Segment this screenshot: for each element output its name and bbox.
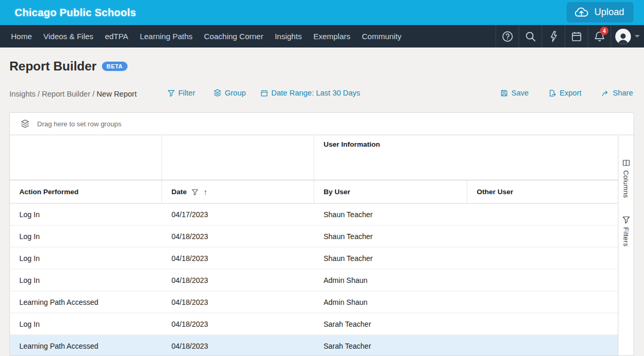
cell-date: 04/18/2023 [162,269,314,291]
quick-actions-button[interactable] [542,25,565,48]
help-icon [502,31,513,42]
table-row[interactable]: Log In 04/18/2023 Shaun Teacher [10,226,618,247]
cell-date: 04/17/2023 [162,204,314,225]
cell-date: 04/18/2023 [162,291,314,313]
page-title: Report Builder [9,59,97,74]
notification-count-badge: 4 [600,27,608,35]
nav-item[interactable]: Insights [269,25,308,48]
date-range-button[interactable]: Date Range: Last 30 Days [260,89,360,97]
nav-item[interactable]: edTPA [99,25,134,48]
breadcrumb-report-builder[interactable]: Report Builder [42,90,90,98]
tab-columns-label: Columns [622,170,630,198]
column-group-header-row: User Information [10,135,618,181]
cell-by-user: Sarah Teacher [314,313,467,335]
cell-action-performed: Log In [10,313,162,335]
column-header-label: Action Performed [19,188,78,196]
tab-columns[interactable]: Columns [622,159,630,198]
cell-date: 04/18/2023 [162,226,314,247]
cell-by-user: Shaun Teacher [314,247,467,269]
date-range-button-label: Date Range: Last 30 Days [271,89,360,97]
group-header-user-information[interactable]: User Information [314,135,618,180]
filter-button-label: Filter [178,89,195,97]
table-row[interactable]: Log In 04/18/2023 Shaun Teacher [10,247,618,269]
user-avatar [615,29,631,44]
tab-filters-label: Filters [622,227,630,247]
cell-action-performed: Log In [10,247,162,269]
grid-table: User Information Action Performed Date ↑ [10,135,618,356]
nav-item[interactable]: Exemplars [307,25,356,48]
page-heading: Report Builder BETA [9,59,128,74]
nav-item[interactable]: Videos & Files [38,25,99,48]
cell-other-user [467,226,618,247]
table-row[interactable]: Learning Path Accessed 04/18/2023 Sarah … [10,335,618,356]
table-row[interactable]: Log In 04/18/2023 Sarah Teacher [10,313,618,335]
share-arrow-icon [601,89,610,97]
breadcrumb: Insights / Report Builder / New Report [9,90,136,98]
column-header-action-performed[interactable]: Action Performed [10,181,162,203]
lightning-bolt-icon [548,31,559,42]
column-header-row: Action Performed Date ↑ By User Other Us… [10,181,618,204]
beta-badge: BETA [102,62,128,71]
filter-funnel-icon [622,216,630,224]
breadcrumb-separator: / [36,90,42,98]
cell-other-user [467,291,618,313]
tab-filters[interactable]: Filters [622,216,630,247]
table-row[interactable]: Log In 04/17/2023 Shaun Teacher [10,204,618,226]
chevron-down-icon [635,35,640,38]
cell-by-user: Admin Shaun [314,269,467,291]
column-header-by-user[interactable]: By User [314,181,467,203]
cell-date: 04/18/2023 [162,247,314,269]
nav-item[interactable]: Home [5,25,38,48]
columns-icon [622,159,630,167]
cell-other-user [467,335,618,356]
save-floppy-icon [500,89,508,97]
upload-button[interactable]: Upload [567,2,634,22]
column-header-label: Date [171,188,187,196]
search-button[interactable] [519,25,542,48]
report-actions: Save Export Share [500,89,633,97]
group-layers-icon [213,89,222,97]
report-toolbar: Insights / Report Builder / New Report F… [9,87,634,102]
upload-button-label: Upload [594,7,624,18]
filter-button[interactable]: Filter [167,89,195,97]
nav-item[interactable]: Community [356,25,407,48]
calendar-icon [571,31,582,42]
top-brand-bar: Chicago Public Schools Upload [0,0,644,25]
grid-side-panel: Columns Filters [618,135,634,356]
nav-icon-group: 4 [496,25,644,48]
group-button-label: Group [225,89,246,97]
share-button[interactable]: Share [601,89,633,97]
brand-title: Chicago Public Schools [15,7,136,19]
cell-by-user: Shaun Teacher [314,204,467,225]
calendar-button[interactable] [565,25,588,48]
cell-other-user [467,204,618,225]
search-icon [525,31,536,42]
cell-date: 04/18/2023 [162,335,314,356]
row-group-drop-zone[interactable]: Drag here to set row groups [10,113,634,135]
cell-action-performed: Log In [10,204,162,225]
account-menu[interactable] [611,25,644,48]
group-header-spacer [162,135,314,180]
save-button[interactable]: Save [500,89,528,97]
nav-item[interactable]: Coaching Corner [198,25,269,48]
sort-ascending-icon[interactable]: ↑ [203,187,208,196]
help-button[interactable] [496,25,519,48]
notifications-button[interactable]: 4 [588,25,611,48]
report-grid: Drag here to set row groups User Informa… [9,112,634,356]
cell-action-performed: Log In [10,226,162,247]
nav-item[interactable]: Learning Paths [134,25,198,48]
column-filter-funnel-icon[interactable] [191,188,199,196]
cell-by-user: Sarah Teacher [314,335,467,356]
export-button[interactable]: Export [548,89,581,97]
column-header-other-user[interactable]: Other User [467,181,618,203]
column-header-date[interactable]: Date ↑ [162,181,314,203]
breadcrumb-insights[interactable]: Insights [9,90,36,98]
table-row[interactable]: Log In 04/18/2023 Admin Shaun [10,269,618,291]
cell-action-performed: Learning Path Accessed [10,291,162,313]
table-row[interactable]: Learning Path Accessed 04/18/2023 Admin … [10,291,618,313]
group-button[interactable]: Group [213,89,246,97]
group-header-spacer [10,135,162,180]
cell-date: 04/18/2023 [162,313,314,335]
cell-action-performed: Learning Path Accessed [10,335,162,356]
export-button-label: Export [559,89,581,97]
